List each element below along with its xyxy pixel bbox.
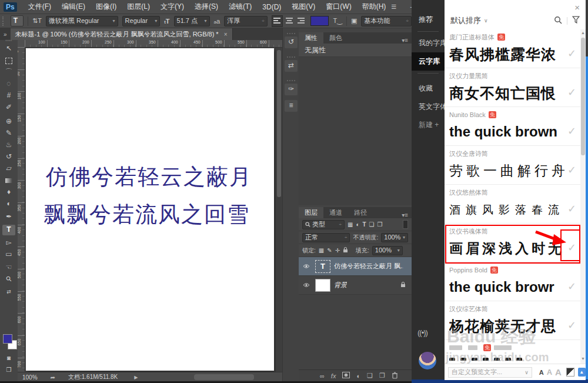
- menu-item-filter[interactable]: 滤镜(T): [223, 2, 257, 12]
- sidebar-item-favorites[interactable]: 收藏: [412, 79, 445, 98]
- share-icon[interactable]: ➦: [51, 374, 55, 381]
- font-list-item[interactable]: Poppins Bold免 the quick browr ✓: [445, 262, 586, 301]
- check-icon[interactable]: ✓: [567, 164, 576, 176]
- marquee-tool[interactable]: [2, 55, 15, 66]
- layer-row-text[interactable]: T 仿佛兮若轻云之蔽月 飘…: [299, 257, 412, 276]
- menu-item-view[interactable]: 视图(V): [286, 2, 320, 12]
- check-icon[interactable]: ✓: [567, 280, 576, 293]
- menu-item-type[interactable]: 文字(Y): [155, 2, 189, 12]
- new-layer-icon[interactable]: ❐: [379, 372, 385, 379]
- menu-item-layer[interactable]: 图层(L): [122, 2, 155, 12]
- align-center-button[interactable]: [285, 16, 295, 26]
- image-preview-icon[interactable]: ▲: [578, 368, 586, 377]
- history-panel-icon[interactable]: ↺: [285, 36, 298, 48]
- clone-source-panel-icon[interactable]: ⇄: [285, 60, 298, 72]
- type-tool-preset-icon[interactable]: T ▾: [11, 15, 24, 26]
- sidebar-item-my-fonts[interactable]: 我的字库: [412, 34, 445, 52]
- zoom-level[interactable]: 100%: [22, 374, 38, 381]
- menu-item-window[interactable]: 窗口(W): [320, 2, 356, 12]
- menu-item-help[interactable]: 帮助(H): [357, 2, 392, 12]
- layer-row-background[interactable]: 背景: [299, 276, 412, 295]
- toggle-panels-icon[interactable]: ▣: [351, 17, 357, 25]
- scrollbar-thumb[interactable]: [581, 38, 585, 155]
- canvas-text-line1[interactable]: 仿佛兮若轻云之蔽月: [46, 162, 252, 192]
- font-list-item[interactable]: Nunito Black免 the quick brown ✓: [445, 107, 586, 146]
- font-family-select[interactable]: 微软雅黑 Regular▾: [46, 16, 118, 26]
- preview-size-medium[interactable]: A: [547, 368, 552, 377]
- hand-tool[interactable]: ☜: [2, 262, 15, 273]
- sidebar-item-recommended[interactable]: 推荐: [412, 11, 445, 29]
- check-icon[interactable]: ✓: [567, 47, 576, 60]
- menu-item-edit[interactable]: 编辑(E): [56, 2, 91, 12]
- healing-brush-tool[interactable]: ⊕: [2, 116, 15, 127]
- broadcast-icon[interactable]: ((•)): [417, 328, 427, 337]
- font-style-select[interactable]: Regular▾: [122, 16, 161, 26]
- filter-type-icon[interactable]: T: [363, 221, 366, 228]
- eraser-tool[interactable]: ▱: [2, 164, 15, 174]
- preview-size-small[interactable]: A: [539, 369, 544, 376]
- path-selection-tool[interactable]: ▻: [2, 238, 15, 248]
- layer-name[interactable]: 背景: [334, 281, 347, 289]
- close-tab-icon[interactable]: ×: [224, 31, 228, 38]
- font-list-item[interactable]: 汉仪全唐诗简 劳歌一曲解行舟 ✓: [445, 146, 586, 185]
- menu-item-3d[interactable]: 3D(D): [257, 3, 286, 11]
- workspace-switcher-icon[interactable]: ☰: [391, 4, 396, 10]
- layer-name[interactable]: 仿佛兮若轻云之蔽月 飘…: [334, 262, 403, 271]
- foreground-color-swatch[interactable]: [3, 334, 12, 344]
- menu-item-image[interactable]: 图像(I): [91, 2, 122, 12]
- font-panel-close-icon[interactable]: ×: [574, 2, 580, 12]
- visibility-eye-icon[interactable]: [301, 281, 312, 289]
- eyedropper-tool[interactable]: ✐: [2, 102, 15, 113]
- pen-tool[interactable]: ✒: [2, 212, 15, 222]
- text-layer-thumbnail[interactable]: T: [315, 260, 330, 273]
- sidebar-item-english-fonts[interactable]: 英文字体: [412, 98, 445, 116]
- menu-item-select[interactable]: 选择(S): [189, 2, 223, 12]
- text-color-swatch[interactable]: [310, 16, 329, 26]
- layer-mask-icon[interactable]: [342, 372, 350, 379]
- anti-alias-select[interactable]: 浑厚÷: [224, 16, 267, 26]
- sidebar-item-new[interactable]: 新建 +: [412, 116, 445, 134]
- filter-smart-icon[interactable]: ❐: [377, 221, 383, 228]
- canvas-horizontal-scrollbar[interactable]: [194, 374, 254, 380]
- sidebar-item-cloud-fonts[interactable]: 云字库: [412, 52, 445, 71]
- blur-tool[interactable]: ♦: [2, 187, 15, 198]
- layer-style-icon[interactable]: fx: [331, 372, 336, 379]
- opacity-select[interactable]: 100%▾: [381, 233, 408, 242]
- document-tab[interactable]: 未标题-1 @ 100% (仿佛兮若轻云之蔽月 飘飘兮若流风之回雪, RGB/8…: [11, 28, 233, 40]
- panel-menu-icon[interactable]: ▾≡: [398, 37, 412, 44]
- status-flyout-icon[interactable]: ▶: [134, 375, 138, 380]
- filter-shape-icon[interactable]: ❏: [369, 221, 375, 228]
- swap-colors-icon[interactable]: ⇄: [2, 287, 15, 298]
- gradient-tool[interactable]: [2, 175, 15, 186]
- lasso-tool[interactable]: ⌒: [2, 67, 15, 78]
- align-left-button[interactable]: [272, 15, 283, 27]
- font-list-scrollbar[interactable]: ▲ ▼: [580, 29, 586, 364]
- brush-presets-panel-icon[interactable]: ✑: [285, 84, 298, 95]
- search-icon[interactable]: [554, 16, 562, 26]
- menu-item-file[interactable]: 文件(F): [23, 2, 56, 12]
- quick-mask-icon[interactable]: ◙: [2, 353, 15, 364]
- font-list-item[interactable]: 庞门正道标题体免 春风拂槛露华浓 ✓: [445, 29, 586, 68]
- canvas-text-line2[interactable]: 飘飘兮若流风之回雪: [44, 200, 250, 229]
- font-size-select[interactable]: 51.7 点▾: [174, 16, 210, 26]
- sort-dropdown[interactable]: 默认排序∨: [450, 15, 488, 26]
- background-layer-thumbnail[interactable]: [315, 279, 330, 292]
- check-icon[interactable]: ✓: [567, 202, 576, 215]
- zoom-tool[interactable]: ⚲: [2, 274, 15, 285]
- tab-channels[interactable]: 通道: [323, 207, 348, 218]
- tab-layers[interactable]: 图层: [299, 207, 323, 218]
- font-list-item[interactable]: 汉仪悠然体简 酒旗风影落春流 ✓: [445, 185, 586, 224]
- layer-filter-select[interactable]: 类型÷: [302, 220, 345, 229]
- crop-tool[interactable]: #: [2, 91, 15, 101]
- scroll-down-icon[interactable]: ▼: [580, 357, 586, 361]
- new-group-icon[interactable]: ❏: [367, 372, 373, 379]
- panel-menu-icon[interactable]: ▾≡: [398, 212, 412, 218]
- adjustment-layer-icon[interactable]: ◐: [356, 372, 360, 379]
- quick-selection-tool[interactable]: ◌: [2, 79, 15, 89]
- dodge-tool[interactable]: ◐: [2, 199, 15, 209]
- workspace-select[interactable]: 基本功能÷: [361, 16, 412, 26]
- brush-tool[interactable]: ✎: [2, 128, 15, 139]
- check-icon[interactable]: ✓: [567, 319, 576, 332]
- tab-paths[interactable]: 路径: [348, 207, 373, 218]
- warp-text-icon[interactable]: T‿: [333, 17, 342, 25]
